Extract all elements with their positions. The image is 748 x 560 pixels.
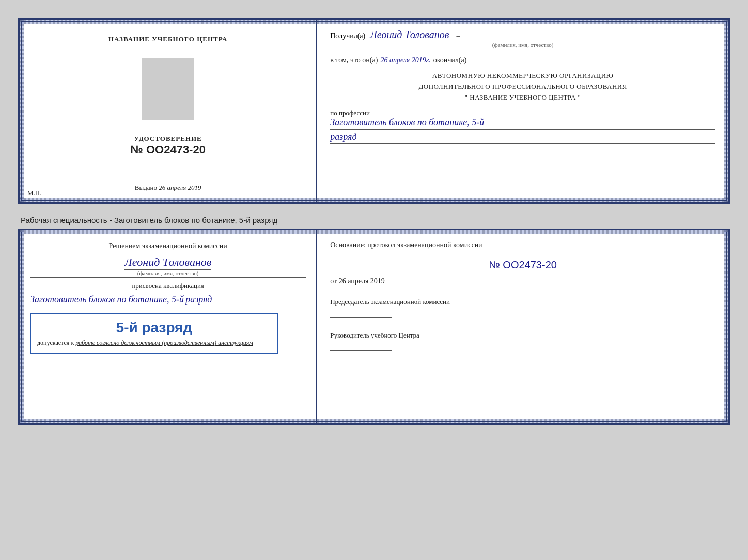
razryad-bottom: разряд — [185, 294, 212, 306]
profession-label: по профессии — [330, 109, 715, 117]
finished-label: окончил(а) — [433, 56, 467, 65]
recipient-section: Получил(а) Леонид Толованов – (фамилия, … — [330, 29, 715, 50]
stamp-italic: работе согласно должностным (производств… — [75, 339, 253, 346]
head-block: Руководитель учебного Центра — [330, 330, 715, 354]
org-line3: " НАЗВАНИЕ УЧЕБНОГО ЦЕНТРА " — [330, 92, 715, 103]
issued-section: Выдано 26 апреля 2019 — [135, 184, 201, 192]
bottom-right-panel: Основание: протокол экзаменационной коми… — [317, 230, 728, 423]
org-line1: АВТОНОМНУЮ НЕКОММЕРЧЕСКУЮ ОРГАНИЗАЦИЮ — [330, 71, 715, 82]
stamp-box: 5-й разряд допускается к работе согласно… — [30, 313, 278, 354]
date-prefix: от — [330, 277, 337, 285]
specialty-label: Рабочая специальность - Заготовитель бло… — [18, 212, 730, 229]
chairman-label: Председатель экзаменационной комиссии — [330, 297, 715, 307]
cert-id-section: УДОСТОВЕРЕНИЕ № OO2473-20 — [130, 135, 206, 156]
basis-label: Основание: протокол экзаменационной коми… — [330, 239, 715, 250]
protocol-number: № OO2473-20 — [330, 259, 715, 271]
qualification-block: Заготовитель блоков по ботанике, 5-й раз… — [30, 294, 306, 305]
cert-label: УДОСТОВЕРЕНИЕ — [130, 135, 206, 143]
razryad-value: разряд — [330, 132, 715, 144]
chairman-block: Председатель экзаменационной комиссии — [330, 297, 715, 320]
body-text: в том, что он(а) — [330, 56, 378, 65]
recipient-name: Леонид Толованов — [370, 29, 449, 40]
org-block: АВТОНОМНУЮ НЕКОММЕРЧЕСКУЮ ОРГАНИЗАЦИЮ ДО… — [330, 71, 715, 103]
date-line: в том, что он(а) 26 апреля 2019г. окончи… — [330, 56, 715, 65]
head-sig-line — [330, 350, 392, 351]
qualification-value: Заготовитель блоков по ботанике, 5-й — [30, 294, 184, 306]
dash-symbol: – — [456, 32, 460, 40]
training-center-title: НАЗВАНИЕ УЧЕБНОГО ЦЕНТРА — [108, 35, 228, 43]
chairman-sig-line — [330, 317, 392, 318]
top-right-panel: Получил(а) Леонид Толованов – (фамилия, … — [317, 20, 728, 202]
top-left-panel: НАЗВАНИЕ УЧЕБНОГО ЦЕНТРА УДОСТОВЕРЕНИЕ №… — [20, 20, 317, 202]
received-label: Получил(а) — [330, 32, 365, 40]
profession-value: Заготовитель блоков по ботанике, 5-й — [330, 117, 715, 130]
org-line2: ДОПОЛНИТЕЛЬНОГО ПРОФЕССИОНАЛЬНОГО ОБРАЗО… — [330, 82, 715, 92]
stamp-allowed-text: допускается к работе согласно должностны… — [37, 339, 271, 347]
head-label: Руководитель учебного Центра — [330, 330, 715, 341]
decision-text: Решением экзаменационной комиссии — [30, 241, 306, 251]
fio-sublabel: (фамилия, имя, отчество) — [330, 42, 715, 48]
person-name-large: Леонид Толованов — [124, 255, 212, 270]
protocol-date-line: от 26 апреля 2019 — [330, 277, 715, 286]
page-wrapper: НАЗВАНИЕ УЧЕБНОГО ЦЕНТРА УДОСТОВЕРЕНИЕ №… — [10, 10, 738, 440]
issued-date: 26 апреля 2019 — [159, 184, 201, 191]
date-value: 26 апреля 2019г. — [380, 56, 430, 65]
person-name-section: Леонид Толованов (фамилия, имя, отчество… — [30, 255, 306, 278]
bottom-left-panel: Решением экзаменационной комиссии Леонид… — [20, 230, 317, 423]
profession-block: по профессии Заготовитель блоков по бота… — [330, 109, 715, 144]
divider — [57, 170, 278, 170]
bottom-document: Решением экзаменационной комиссии Леонид… — [18, 229, 730, 425]
mp-label: М.П. — [27, 189, 41, 197]
issued-label: Выдано — [135, 184, 157, 191]
fio-sublabel-bottom: (фамилия, имя, отчество) — [30, 270, 306, 276]
photo-placeholder — [142, 58, 194, 120]
stamp-rank: 5-й разряд — [37, 319, 271, 336]
top-document: НАЗВАНИЕ УЧЕБНОГО ЦЕНТРА УДОСТОВЕРЕНИЕ №… — [18, 18, 730, 204]
cert-number: № OO2473-20 — [130, 143, 206, 156]
protocol-date: 26 апреля 2019 — [339, 277, 385, 285]
assigned-text: присвоена квалификация — [30, 282, 306, 290]
